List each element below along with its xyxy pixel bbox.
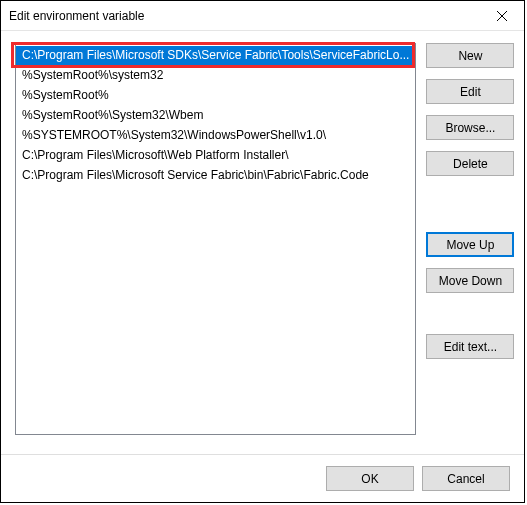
browse-button[interactable]: Browse... (426, 115, 514, 140)
move-down-button[interactable]: Move Down (426, 268, 514, 293)
spacer (426, 304, 514, 334)
list-item[interactable]: C:\Program Files\Microsoft Service Fabri… (16, 166, 415, 186)
dialog-footer: OK Cancel (1, 454, 524, 502)
close-button[interactable] (479, 1, 524, 31)
move-up-button[interactable]: Move Up (426, 232, 514, 257)
spacer (426, 187, 514, 232)
list-item[interactable]: %SystemRoot% (16, 86, 415, 106)
list-item[interactable]: %SystemRoot%\system32 (16, 66, 415, 86)
ok-button[interactable]: OK (326, 466, 414, 491)
path-listbox[interactable]: C:\Program Files\Microsoft SDKs\Service … (15, 43, 416, 435)
dialog-window: Edit environment variable C:\Program Fil… (0, 0, 525, 503)
list-item[interactable]: C:\Program Files\Microsoft SDKs\Service … (16, 46, 415, 66)
edit-button[interactable]: Edit (426, 79, 514, 104)
new-button[interactable]: New (426, 43, 514, 68)
list-item[interactable]: %SYSTEMROOT%\System32\WindowsPowerShell\… (16, 126, 415, 146)
delete-button[interactable]: Delete (426, 151, 514, 176)
titlebar: Edit environment variable (1, 1, 524, 31)
edit-text-button[interactable]: Edit text... (426, 334, 514, 359)
list-item[interactable]: %SystemRoot%\System32\Wbem (16, 106, 415, 126)
close-icon (497, 11, 507, 21)
list-container: C:\Program Files\Microsoft SDKs\Service … (15, 43, 416, 454)
cancel-button[interactable]: Cancel (422, 466, 510, 491)
list-item[interactable]: C:\Program Files\Microsoft\Web Platform … (16, 146, 415, 166)
side-button-panel: New Edit Browse... Delete Move Up Move D… (426, 43, 514, 454)
dialog-body: C:\Program Files\Microsoft SDKs\Service … (1, 31, 524, 454)
window-title: Edit environment variable (9, 9, 144, 23)
